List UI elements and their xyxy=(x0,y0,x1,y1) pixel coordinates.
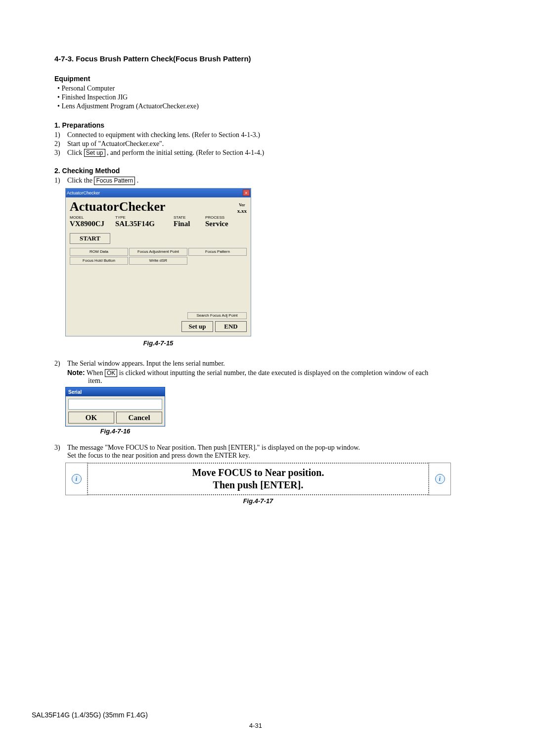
version-block: Ver x.xx xyxy=(237,203,247,214)
serial-window: Serial OK Cancel xyxy=(65,387,165,426)
app-titlebar-text: ActuatorChecker xyxy=(67,190,100,195)
section-number: 4-7-3. xyxy=(54,54,74,63)
popup-info-left: i xyxy=(65,463,87,495)
equipment-list: Personal Computer Finished Inspection JI… xyxy=(54,85,480,110)
window-titlebar: ActuatorChecker × xyxy=(66,189,251,197)
list-item: Finished Inspection JIG xyxy=(57,94,480,101)
step-text: The message "Move FOCUS to Near position… xyxy=(67,444,480,452)
app-name-row: ActuatorChecker Ver x.xx xyxy=(70,199,247,214)
version-label: Ver xyxy=(239,203,245,207)
focus-hold-button[interactable]: Focus Hold Button xyxy=(70,257,128,265)
page-footer: SAL35F14G (1.4/35G) (35mm F1.4G) 4-31 xyxy=(32,711,480,729)
note-line: Note: When OK is clicked without inputti… xyxy=(67,369,480,377)
type-value: SAL35F14G xyxy=(115,220,174,228)
type-label: TYPE xyxy=(115,215,174,220)
app-name: ActuatorChecker xyxy=(70,199,166,214)
figure-caption-3: Fig.4-7-17 xyxy=(65,497,451,505)
list-item: 1)Connected to equipment with checking l… xyxy=(54,131,480,139)
section-title-text: Focus Brush Pattern Check(Focus Brush Pa… xyxy=(76,54,251,63)
footer-model: SAL35F14G (1.4/35G) (35mm F1.4G) xyxy=(32,711,480,719)
info-row: MODEL VX8900CJ TYPE SAL35F14G STATE Fina… xyxy=(70,215,247,228)
step-text: Start up of "ActuatorChecker.exe". xyxy=(67,140,164,148)
focus-pattern-box-word: Focus Pattern xyxy=(94,177,135,185)
model-label: MODEL xyxy=(70,215,115,220)
step-text: Set the focus to the near position and p… xyxy=(67,452,480,460)
step-text: Connected to equipment with checking len… xyxy=(67,131,260,139)
checking-step3: 3) The message "Move FOCUS to Near posit… xyxy=(54,444,480,460)
popup-line1: Move FOCUS to Near position. xyxy=(93,467,423,479)
write-dsr-button[interactable]: Write dSR xyxy=(129,257,187,265)
note-cont: item. xyxy=(88,377,480,385)
state-label: STATE xyxy=(174,215,205,220)
serial-input[interactable] xyxy=(68,399,162,410)
list-item: 3) The message "Move FOCUS to Near posit… xyxy=(54,444,480,460)
list-item: 2)Start up of "ActuatorChecker.exe". xyxy=(54,140,480,148)
close-icon[interactable]: × xyxy=(243,189,250,196)
focus-pattern-button[interactable]: Focus Pattern xyxy=(188,248,247,256)
actuatorchecker-window: ActuatorChecker × ActuatorChecker Ver x.… xyxy=(65,188,251,336)
ok-box-word: OK xyxy=(105,369,117,377)
list-item: Personal Computer xyxy=(57,85,480,93)
note-label: Note: xyxy=(67,369,85,377)
preparations-list: 1)Connected to equipment with checking l… xyxy=(54,131,480,157)
process-value: Service xyxy=(205,220,247,228)
rom-data-button[interactable]: ROM Data xyxy=(70,248,128,256)
version-value: x.xx xyxy=(237,208,247,214)
model-value: VX8900CJ xyxy=(70,220,115,228)
end-button[interactable]: END xyxy=(215,321,247,332)
step-text: Click the Focus Pattern . xyxy=(67,177,138,185)
list-item: 3) Click Set up , and perform the initia… xyxy=(54,149,480,157)
footer-page: 4-31 xyxy=(32,722,480,729)
popup-info-right: i xyxy=(429,463,451,495)
popup-message: Move FOCUS to Near position. Then push [… xyxy=(87,463,429,495)
section-title: 4-7-3. Focus Brush Pattern Check(Focus B… xyxy=(54,54,480,63)
preparations-heading: 1. Preparations xyxy=(54,121,480,129)
popup-line2: Then push [ENTER]. xyxy=(93,479,423,491)
search-focus-adj-button[interactable]: Search Focus Adj Point xyxy=(187,312,247,319)
ok-button[interactable]: OK xyxy=(68,412,114,424)
step-text: The Serial window appears. Input the len… xyxy=(67,360,480,368)
process-label: PROCESS xyxy=(205,215,247,220)
list-item: 2) The Serial window appears. Input the … xyxy=(54,360,480,385)
step-text: Click Set up , and perform the initial s… xyxy=(67,149,264,157)
figure-caption-2: Fig.4-7-16 xyxy=(65,427,165,435)
state-value: Final xyxy=(174,220,205,228)
setup-box-word: Set up xyxy=(84,149,105,157)
equipment-heading: Equipment xyxy=(54,75,480,83)
app-button-grid: ROM Data Focus Adjustment Point Focus Pa… xyxy=(70,248,247,265)
serial-titlebar: Serial xyxy=(66,387,165,396)
checking-step1: 1) Click the Focus Pattern . xyxy=(54,177,480,185)
info-icon: i xyxy=(72,474,82,484)
setup-button[interactable]: Set up xyxy=(181,321,213,332)
list-item: Lens Adjustment Program (ActuatorChecker… xyxy=(57,102,480,110)
focus-adj-point-button[interactable]: Focus Adjustment Point xyxy=(129,248,187,256)
figure-caption-1: Fig.4-7-15 xyxy=(65,339,251,347)
checking-heading: 2. Checking Method xyxy=(54,167,480,175)
checking-step2: 2) The Serial window appears. Input the … xyxy=(54,360,480,385)
info-icon: i xyxy=(435,474,445,484)
list-item: 1) Click the Focus Pattern . xyxy=(54,177,480,185)
cancel-button[interactable]: Cancel xyxy=(116,412,162,424)
popup-window: i Move FOCUS to Near position. Then push… xyxy=(65,463,451,495)
start-button[interactable]: START xyxy=(70,233,110,244)
